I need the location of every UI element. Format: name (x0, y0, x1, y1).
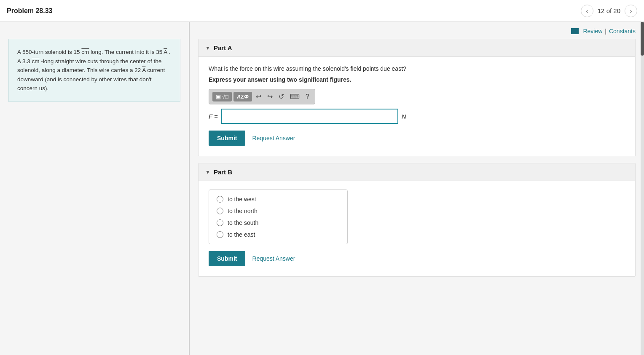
prev-button[interactable]: ‹ (581, 5, 593, 17)
part-b-label: Part B (214, 168, 232, 176)
problem-description: A 550-turn solenoid is 15 cm long. The c… (8, 39, 180, 102)
math-toolbar: ▣ √□ AΣΦ ↩ ↪ ↺ ⌨ ? (209, 89, 315, 104)
radio-south-label: to the south (228, 219, 258, 226)
left-panel: A 550-turn solenoid is 15 cm long. The c… (0, 22, 190, 355)
eq-label: F = (209, 113, 218, 120)
main-layout: A 550-turn solenoid is 15 cm long. The c… (0, 22, 644, 355)
option-north[interactable]: to the north (217, 208, 340, 214)
part-b-actions: Submit Request Answer (209, 251, 625, 266)
part-a-request-link[interactable]: Request Answer (252, 135, 295, 141)
radio-east[interactable] (217, 231, 223, 238)
constants-link[interactable]: Constants (609, 28, 636, 35)
template-icon: ▣ (216, 93, 221, 100)
part-b-arrow: ▼ (205, 169, 210, 175)
radio-east-label: to the east (228, 231, 255, 238)
option-west[interactable]: to the west (217, 196, 340, 203)
radio-north-label: to the north (228, 208, 258, 214)
part-a-question: What is the force on this wire assuming … (209, 65, 625, 72)
review-link[interactable]: Review (583, 28, 602, 35)
math-template-button[interactable]: ▣ √□ (212, 92, 232, 101)
scrollbar-thumb[interactable] (641, 22, 644, 56)
help-button[interactable]: ? (303, 92, 311, 101)
part-a-body: What is the force on this wire assuming … (199, 57, 635, 156)
part-b-request-link[interactable]: Request Answer (252, 255, 295, 262)
radio-options-box: to the west to the north to the south to… (209, 190, 348, 244)
review-icon (571, 28, 579, 34)
sqrt-symbol: √□ (222, 93, 228, 100)
option-east[interactable]: to the east (217, 231, 340, 238)
header: Problem 28.33 ‹ 12 of 20 › (0, 0, 644, 22)
navigation: ‹ 12 of 20 › (581, 5, 637, 17)
redo-button[interactable]: ↪ (265, 92, 275, 101)
greek-label: AΣΦ (237, 93, 249, 100)
part-a-arrow: ▼ (205, 45, 210, 51)
part-b-body: to the west to the north to the south to… (199, 181, 635, 276)
nav-counter: 12 of 20 (598, 7, 620, 14)
part-a-header[interactable]: ▼ Part A (199, 39, 635, 57)
separator: | (605, 28, 606, 35)
scrollbar-track (641, 22, 644, 355)
problem-title: Problem 28.33 (7, 7, 53, 15)
part-b-section: ▼ Part B to the west to the north (198, 163, 636, 277)
problem-text: A 550-turn solenoid is 15 cm long. The c… (17, 49, 170, 91)
part-a-label: Part A (214, 44, 232, 51)
unit-label: N (402, 113, 406, 120)
answer-row: F = N (209, 109, 625, 124)
part-b-submit-button[interactable]: Submit (209, 251, 245, 266)
part-a-section: ▼ Part A What is the force on this wire … (198, 39, 636, 156)
radio-south[interactable] (217, 219, 223, 226)
part-a-submit-button[interactable]: Submit (209, 131, 245, 146)
keyboard-button[interactable]: ⌨ (288, 92, 302, 101)
right-panel: Review | Constants ▼ Part A What is the … (190, 22, 644, 355)
top-links: Review | Constants (198, 22, 636, 39)
part-b-header[interactable]: ▼ Part B (199, 163, 635, 181)
option-south[interactable]: to the south (217, 219, 340, 226)
radio-north[interactable] (217, 208, 223, 214)
reset-button[interactable]: ↺ (276, 92, 286, 101)
next-button[interactable]: › (625, 5, 637, 17)
answer-input[interactable] (221, 109, 398, 124)
radio-west[interactable] (217, 196, 223, 203)
part-a-instruction: Express your answer using two significan… (209, 76, 625, 83)
greek-button[interactable]: AΣΦ (233, 92, 252, 101)
radio-west-label: to the west (228, 196, 256, 203)
part-a-actions: Submit Request Answer (209, 131, 625, 146)
undo-button[interactable]: ↩ (254, 92, 263, 101)
